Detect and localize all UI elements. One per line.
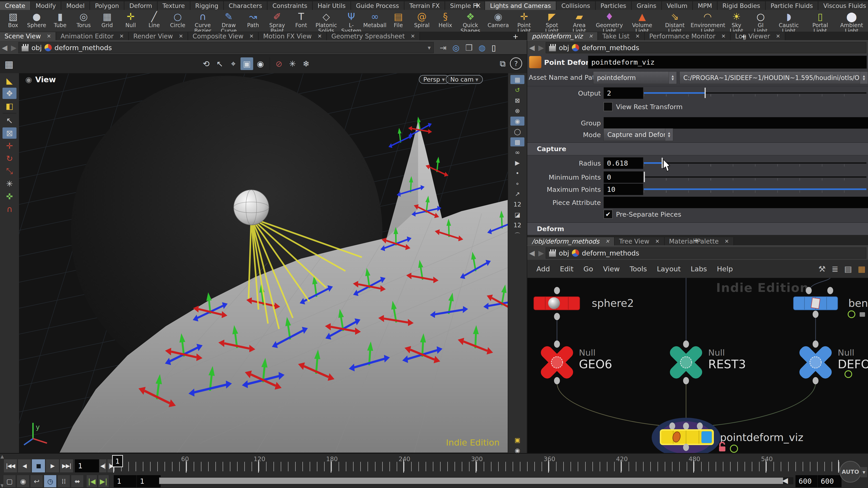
playhead-flag[interactable]: 1 [112,455,123,467]
layout-presets-icon[interactable]: ⧉ [496,57,509,70]
range-end-field[interactable]: 600 [795,475,819,488]
snap-magnet-icon[interactable]: ∩ [2,203,17,215]
playbar-option-button[interactable]: ↩ [30,475,43,488]
snap-grid-icon[interactable]: ▦ [4,59,13,70]
node-geo6[interactable]: Null GEO6 [539,344,612,381]
forward-icon[interactable]: ▶ [537,43,546,52]
camera-select-button[interactable]: No cam▾ [446,75,483,84]
shelf-tool[interactable]: ✎ Draw Curve [216,10,241,32]
prim-normals-icon[interactable]: ◪ [510,210,524,219]
shelf-tool[interactable]: ♦ Geometry Light [593,10,626,32]
radius-slider[interactable] [644,157,866,168]
shelf-tool[interactable]: § Helix [434,10,457,28]
shelf-tool[interactable]: ◉ Camera [487,10,510,28]
shelf-tab[interactable]: Grains [631,1,662,10]
shelf-tab[interactable]: Vellum [662,1,693,10]
shelf-tool[interactable]: ⇘ Distant Light [658,10,691,32]
shelf-tab[interactable]: Polygon [90,1,124,10]
tools-wrench-icon[interactable]: ⚒ [818,264,826,273]
shelf-tab[interactable]: Hair Utils [313,1,351,10]
path-node[interactable]: deform_methods [582,249,639,257]
menu-item[interactable]: Help [717,265,733,273]
pane-tab[interactable]: /obj/deform_methods✕ [527,237,615,246]
pane-tab[interactable]: Animation Editor✕ [56,32,129,40]
persp-view-button[interactable]: Persp▾ [419,75,450,84]
smooth-shade-icon[interactable]: ▩ [510,137,524,147]
point-trails-icon[interactable]: ↗ [510,189,524,198]
list-view-icon[interactable]: ▤ [844,264,852,273]
node-sphere2[interactable]: sphere2 [534,297,634,310]
view-rest-checkbox[interactable] [603,102,613,111]
render-spider-icon[interactable]: ✳ [286,57,299,70]
close-icon[interactable]: ✕ [776,33,780,39]
path-context[interactable]: obj [31,44,42,52]
shelf-tool[interactable]: ○ Circle [166,10,189,28]
shelf-tool[interactable]: ◠ Environment Light [691,10,724,32]
shelf-tool[interactable]: ❖ Quick Shapes [457,10,484,32]
pane-tab[interactable]: Take List✕ [598,32,645,40]
display-grid-icon[interactable]: ▦ [510,75,524,84]
lock-view-icon[interactable]: ⊠ [510,96,524,105]
box-tool-icon[interactable]: ◧ [2,100,17,111]
shelf-tool[interactable]: ○ GI Light [749,10,772,32]
help-icon[interactable]: ? [510,57,522,70]
pane-tab[interactable]: Render View✕ [129,32,188,40]
path-field[interactable]: obj deform_methods [546,248,866,259]
output-slider[interactable] [644,87,866,98]
forward-icon[interactable]: ▶ [9,43,19,52]
stereo-play-icon[interactable]: ▶ [510,158,524,167]
select-tool-icon[interactable]: ↖ [2,115,17,126]
shelf-tool[interactable]: ⬤ Ambient Light [835,10,868,32]
shelf-tab[interactable]: Rigid Bodies [717,1,766,10]
shelf-tool[interactable]: Ψ L-System [340,10,363,32]
view-camera-icon[interactable]: ▣ [241,57,253,70]
shelf-tool[interactable]: ● Sphere [25,10,49,28]
close-icon[interactable]: ✕ [655,238,659,244]
shelf-tab[interactable]: Model [61,1,90,10]
shelf-tool[interactable]: ◇ Platonic Solids [313,10,340,32]
shelf-tab[interactable]: Particle Fluids [766,1,818,10]
back-icon[interactable]: ◀ [0,43,9,52]
transform-axis-icon[interactable]: ✜ [2,191,17,202]
close-icon[interactable]: ✕ [589,33,593,39]
min-points-slider[interactable] [644,171,866,183]
pane-tab[interactable]: Composite View✕ [188,32,258,40]
close-icon[interactable]: ✕ [120,33,124,39]
close-icon[interactable]: ✕ [249,33,254,39]
node-rest3[interactable]: Null REST3 [668,344,746,381]
shelf-tool[interactable]: ▲ Volume Light [626,10,658,32]
shelf-tab[interactable]: Characters [224,1,268,10]
menu-item[interactable]: Add [536,265,550,273]
lights-normal-icon[interactable]: ◯ [510,127,524,136]
shelf-tool[interactable]: ↝ Path [241,10,265,28]
close-icon[interactable]: ✕ [724,238,729,244]
auto-key-button[interactable]: AUTO [839,461,861,483]
path-context[interactable]: obj [559,44,569,52]
close-icon[interactable]: ✕ [721,33,725,39]
menu-item[interactable]: Layout [657,265,681,273]
path-node[interactable]: deform_methods [582,44,639,52]
mode-dropdown[interactable]: Capture and Deform▲▼ [603,128,673,141]
wireframe-toggle-icon[interactable]: ↺ [510,86,524,94]
spinner-icon[interactable]: ▲▼ [665,129,673,141]
prim-numbers-icon[interactable]: 12 [510,221,524,230]
menu-item[interactable]: Go [583,265,593,273]
select-arrow-icon[interactable]: ↖ [213,57,226,70]
close-icon[interactable]: ✕ [179,33,183,39]
asset-path-dropdown[interactable]: C:/PROGRA~1/SIDEEF~1/HOUDIN~1.595/houdin… [680,71,868,84]
radius-field[interactable]: 0.618 [603,157,643,169]
shelf-tool[interactable]: ◎ Torus [72,10,95,28]
shelf-tab[interactable]: Guide Process [351,1,404,10]
shelf-tool[interactable]: ▰ Area Light [565,10,593,32]
menu-item[interactable]: Tools [630,265,647,273]
path-field[interactable]: obj deform_methods ▾ [18,42,434,53]
shelf-tool[interactable]: ✐ Spray Paint [265,10,289,32]
pane-tab[interactable]: Material Palette✕ [664,237,734,246]
playbar-option-button[interactable]: ⬌ [71,475,84,488]
shelf-tool[interactable]: ▤ File [386,10,410,28]
shelf-tab[interactable]: Deform [124,1,157,10]
playbar-option-button[interactable]: ⁞⁞ [57,475,70,488]
add-pane-tab-button[interactable]: + [693,236,699,245]
pane-tab[interactable]: Log Viewer✕ [731,32,785,40]
deformer-sphere[interactable] [234,190,269,225]
